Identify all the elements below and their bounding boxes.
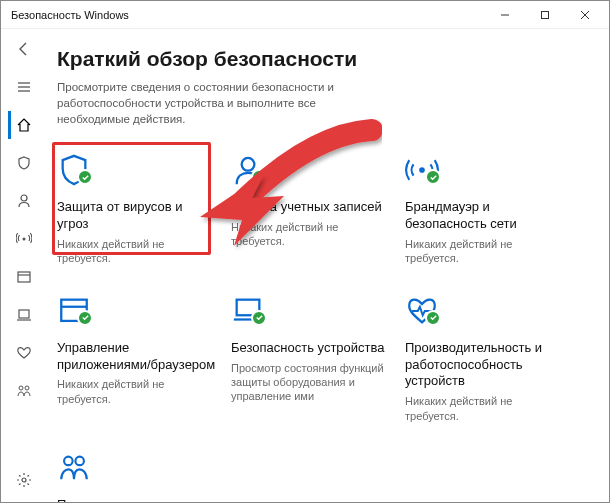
status-ok-badge: [425, 310, 441, 326]
back-button[interactable]: [8, 35, 36, 63]
nav-appbrowser[interactable]: [8, 263, 36, 291]
svg-point-22: [64, 457, 73, 466]
tile-subtitle: Никаких действий не требуется.: [231, 220, 391, 249]
maximize-button[interactable]: [525, 1, 565, 29]
tile-subtitle: Никаких действий не требуется.: [57, 237, 217, 266]
svg-rect-11: [19, 310, 29, 318]
svg-point-15: [22, 478, 26, 482]
tile-family[interactable]: Параметры для семьи Определяйте возможно…: [57, 451, 217, 502]
tile-performance[interactable]: Производительность и работоспособность у…: [405, 294, 565, 423]
svg-point-7: [21, 195, 27, 201]
close-button[interactable]: [565, 1, 605, 29]
minimize-button[interactable]: [485, 1, 525, 29]
svg-point-14: [25, 386, 29, 390]
tile-title: Защита учетных записей: [231, 199, 391, 216]
tile-subtitle: Никаких действий не требуется.: [405, 394, 565, 423]
svg-point-13: [19, 386, 23, 390]
main-content: Краткий обзор безопасности Просмотрите с…: [43, 29, 609, 502]
shield-icon: [57, 153, 97, 187]
nav-settings[interactable]: [8, 466, 36, 494]
svg-point-16: [242, 158, 255, 171]
svg-point-8: [22, 238, 25, 241]
tile-title: Управление приложениями/браузером: [57, 340, 217, 374]
tile-title: Брандмауэр и безопасность сети: [405, 199, 565, 233]
hamburger-icon[interactable]: [8, 73, 36, 101]
tile-title: Защита от вирусов и угроз: [57, 199, 217, 233]
person-icon: [231, 153, 271, 187]
page-title: Краткий обзор безопасности: [57, 47, 589, 71]
nav-firewall[interactable]: [8, 225, 36, 253]
tile-subtitle: Никаких действий не требуется.: [57, 377, 217, 406]
tile-app-browser[interactable]: Управление приложениями/браузером Никаки…: [57, 294, 217, 423]
tile-firewall[interactable]: Брандмауэр и безопасность сети Никаких д…: [405, 153, 565, 265]
status-ok-badge: [77, 310, 93, 326]
tile-subtitle: Просмотр состояния функций защиты оборуд…: [231, 361, 391, 404]
svg-point-17: [419, 167, 425, 173]
window-title: Безопасность Windows: [11, 9, 129, 21]
tile-subtitle: Никаких действий не требуется.: [405, 237, 565, 266]
nav-home[interactable]: [8, 111, 36, 139]
svg-rect-1: [542, 11, 549, 18]
nav-device[interactable]: [8, 301, 36, 329]
family-icon: [57, 451, 97, 485]
tile-virus-protection[interactable]: Защита от вирусов и угроз Никаких действ…: [57, 153, 217, 265]
tile-title: Параметры для семьи: [57, 497, 217, 502]
nav-account[interactable]: [8, 187, 36, 215]
tile-title: Безопасность устройства: [231, 340, 391, 357]
heart-pulse-icon: [405, 294, 445, 328]
nav-virus[interactable]: [8, 149, 36, 177]
tile-title: Производительность и работоспособность у…: [405, 340, 565, 391]
laptop-icon: [231, 294, 271, 328]
tile-device-security[interactable]: Безопасность устройства Просмотр состоян…: [231, 294, 391, 423]
broadcast-icon: [405, 153, 445, 187]
nav-health[interactable]: [8, 339, 36, 367]
svg-rect-9: [18, 272, 30, 282]
nav-family[interactable]: [8, 377, 36, 405]
status-ok-badge: [251, 310, 267, 326]
titlebar: Безопасность Windows: [1, 1, 609, 29]
window-icon: [57, 294, 97, 328]
sidebar: [1, 29, 43, 502]
page-subtitle: Просмотрите сведения о состоянии безопас…: [57, 79, 357, 127]
svg-point-23: [75, 457, 84, 466]
tile-account-protection[interactable]: Защита учетных записей Никаких действий …: [231, 153, 391, 265]
